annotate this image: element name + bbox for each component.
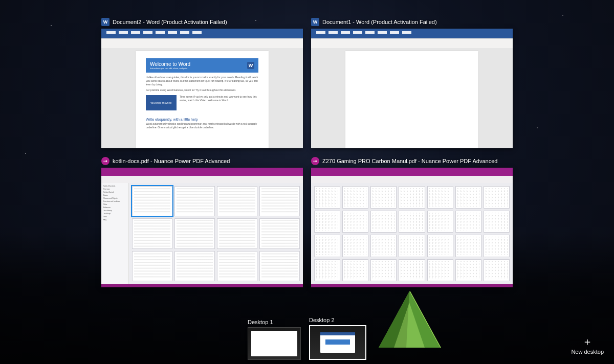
word-icon: W — [311, 18, 319, 26]
window-thumbnail[interactable] — [311, 29, 513, 148]
plus-icon: ＋ — [571, 336, 604, 347]
virtual-desktop-strip: Desktop 1 Desktop 2 — [248, 317, 366, 360]
desktop-label: Desktop 1 — [248, 319, 301, 325]
desktop-label: Desktop 2 — [309, 317, 366, 323]
window-thumbnail[interactable] — [311, 168, 513, 287]
pdf-icon: ⇢ — [311, 157, 319, 165]
window-thumbnail[interactable]: Table of Contents Overview Getting Start… — [101, 168, 303, 287]
desktop-thumbnail[interactable] — [309, 325, 366, 360]
virtual-desktop-2[interactable]: Desktop 2 — [309, 317, 366, 360]
pdf-bookmarks: Table of Contents Overview Getting Start… — [101, 183, 129, 284]
window-title: Document2 - Word (Product Activation Fai… — [113, 19, 227, 25]
pdf-page-grid — [129, 183, 303, 284]
window-tile-document2[interactable]: W Document2 - Word (Product Activation F… — [101, 17, 303, 148]
body-paragraph: Unlike old-school user guides, this doc … — [146, 76, 258, 86]
wallpaper-tent — [358, 282, 461, 349]
virtual-desktop-1[interactable]: Desktop 1 — [248, 319, 301, 360]
window-title: Z270 Gaming PRO Carbon Manul.pdf - Nuanc… — [322, 158, 497, 164]
window-tile-z270-manual[interactable]: ⇢ Z270 Gaming PRO Carbon Manul.pdf - Nua… — [311, 156, 513, 287]
word-icon: W — [101, 18, 109, 26]
window-title: Document1 - Word (Product Activation Fai… — [322, 19, 437, 25]
section-heading: Write eloquently, with a little help — [146, 118, 258, 121]
new-desktop-label: New desktop — [571, 349, 604, 355]
word-icon: W — [247, 62, 254, 69]
new-desktop-button[interactable]: ＋ New desktop — [571, 336, 604, 355]
task-view-grid: W Document2 - Word (Product Activation F… — [101, 17, 513, 287]
welcome-video: WELCOME TO WORD — [146, 95, 177, 110]
pdf-page-grid — [311, 183, 513, 284]
pdf-icon: ⇢ — [101, 157, 109, 165]
window-tile-document1[interactable]: W Document1 - Word (Product Activation F… — [311, 17, 513, 148]
desktop-thumbnail[interactable] — [248, 327, 301, 360]
welcome-subtitle: Instructions you can edit, share, and pr… — [150, 67, 190, 70]
window-title: kotlin-docs.pdf - Nuance Power PDF Advan… — [113, 158, 230, 164]
window-tile-kotlin-docs[interactable]: ⇢ kotlin-docs.pdf - Nuance Power PDF Adv… — [101, 156, 303, 287]
welcome-title: Welcome to Word — [150, 61, 190, 67]
window-thumbnail[interactable]: Welcome to Word Instructions you can edi… — [101, 29, 303, 148]
